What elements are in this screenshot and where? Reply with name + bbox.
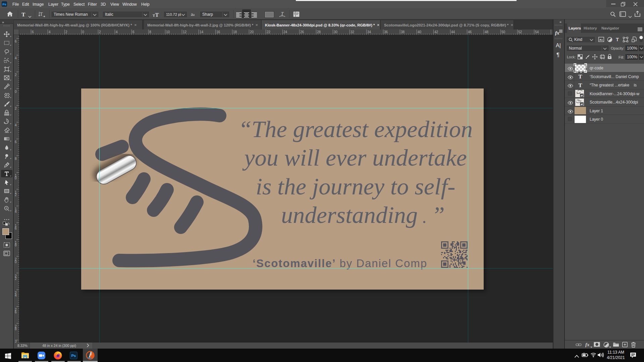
svg-text:16: 16 <box>216 30 220 34</box>
svg-text:38: 38 <box>401 30 405 34</box>
svg-text:24: 24 <box>283 30 287 34</box>
svg-text:6: 6 <box>15 40 17 43</box>
svg-text:50: 50 <box>501 30 505 34</box>
svg-text:4: 4 <box>15 123 17 127</box>
svg-text:48: 48 <box>485 30 489 34</box>
svg-text:14: 14 <box>200 30 204 34</box>
svg-text:36: 36 <box>384 30 388 34</box>
svg-text:2: 2 <box>65 30 67 34</box>
svg-text:2: 2 <box>15 107 17 110</box>
svg-text:6: 6 <box>15 227 17 230</box>
svg-text:2: 2 <box>99 30 101 34</box>
svg-text:32: 32 <box>351 30 355 34</box>
svg-text:4: 4 <box>15 56 17 60</box>
svg-text:8: 8 <box>149 30 151 34</box>
svg-text:34: 34 <box>367 30 371 34</box>
svg-text:T: T <box>281 11 284 16</box>
svg-text:2: 2 <box>15 277 17 281</box>
svg-text:28: 28 <box>317 30 321 34</box>
svg-text:42: 42 <box>434 30 438 34</box>
svg-text:30: 30 <box>334 30 338 34</box>
svg-text:8: 8 <box>15 243 17 247</box>
svg-text:0: 0 <box>15 176 17 180</box>
svg-text:2: 2 <box>15 73 17 77</box>
svg-text:52: 52 <box>518 30 522 34</box>
svg-text:T: T <box>40 11 43 17</box>
svg-text:44: 44 <box>451 30 455 34</box>
svg-text:T: T <box>578 73 582 80</box>
svg-text:8: 8 <box>15 157 17 161</box>
svg-text:6: 6 <box>15 140 17 144</box>
svg-text:8: 8 <box>15 327 17 331</box>
svg-text:54: 54 <box>535 30 539 34</box>
svg-text:0: 0 <box>82 30 84 34</box>
svg-text:4: 4 <box>116 30 118 34</box>
svg-text:0: 0 <box>15 260 17 264</box>
svg-text:12: 12 <box>183 30 187 34</box>
svg-text:10: 10 <box>166 30 170 34</box>
svg-text:0: 0 <box>15 90 17 94</box>
svg-text:6: 6 <box>132 30 135 34</box>
svg-text:2: 2 <box>15 193 17 197</box>
svg-text:26: 26 <box>300 30 304 34</box>
svg-text:3: 3 <box>15 340 17 343</box>
svg-text:40: 40 <box>418 30 422 34</box>
svg-text:46: 46 <box>468 30 472 34</box>
svg-text:4: 4 <box>49 30 51 34</box>
svg-text:4: 4 <box>15 210 17 214</box>
svg-text:T: T <box>578 82 582 88</box>
svg-text:20: 20 <box>250 30 254 34</box>
svg-text:18: 18 <box>233 30 237 34</box>
svg-text:22: 22 <box>267 30 271 34</box>
svg-text:Ps: Ps <box>71 354 76 358</box>
svg-text:6: 6 <box>32 30 34 34</box>
svg-text:6: 6 <box>15 310 17 314</box>
svg-text:4: 4 <box>15 294 17 297</box>
